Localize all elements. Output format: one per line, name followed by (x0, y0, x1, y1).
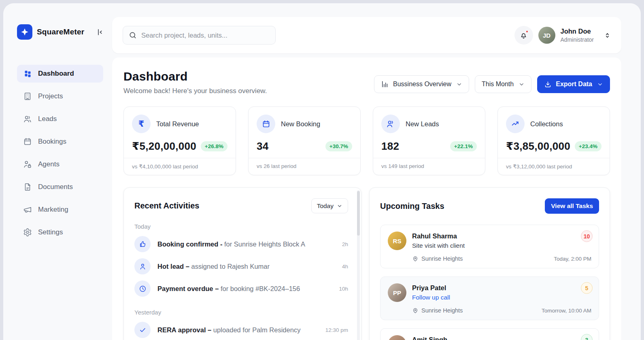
view-all-tasks-button[interactable]: View all Tasks (545, 198, 599, 214)
task-location: Sunrise Heights (421, 255, 463, 262)
stat-cards: ₹ Total Revenue ₹5,20,00,000 +26.8% vs ₹… (123, 106, 610, 175)
task-description: Site visit with client (412, 242, 465, 249)
user-name: John Doe (561, 28, 594, 35)
task-location: Sunrise Heights (421, 307, 463, 314)
users-icon (381, 115, 400, 133)
activity-item: RERA approval – uploaded for Palm Reside… (134, 322, 348, 338)
activity-item: Hot lead – assigned to Rajesh Kumar 4h (134, 258, 348, 274)
user-icon (134, 258, 151, 274)
sidebar-item-label: Projects (38, 92, 63, 100)
activity-time: 4h (338, 264, 348, 270)
stat-change-badge: +30.7% (325, 141, 352, 151)
thumbs-up-icon (134, 236, 151, 252)
sidebar-item-label: Marketing (38, 206, 68, 214)
task-card[interactable]: PP Priya Patel Follow up call 5 (380, 276, 599, 320)
user-avatar[interactable]: JD (538, 27, 555, 44)
stat-value: 182 (381, 140, 399, 153)
stat-change-badge: +22.1% (450, 141, 477, 151)
activities-title: Recent Activities (134, 201, 199, 210)
activity-text: RERA approval – uploaded for Palm Reside… (157, 326, 300, 334)
stat-label: Collections (530, 120, 563, 128)
user-meta[interactable]: John Doe Administrator (561, 28, 594, 43)
sidebar-item-projects[interactable]: Projects (17, 87, 103, 105)
user-role: Administrator (561, 36, 594, 43)
sidebar-item-leads[interactable]: Leads (17, 110, 103, 128)
avatar: AS (388, 335, 406, 340)
task-count-badge: 10 (581, 230, 593, 242)
sidebar-item-label: Dashboard (38, 70, 74, 78)
page-controls: Bussiness Overview This Month (374, 75, 610, 93)
activities-scrollbar[interactable] (357, 190, 360, 340)
stat-value: 34 (257, 140, 269, 153)
activity-text: Payment overdue – for booking #BK-2024–1… (157, 285, 300, 293)
lower-panels: Recent Activities Today Today (123, 187, 610, 340)
sidebar-item-dashboard[interactable]: Dashboard (17, 65, 103, 83)
stat-card-new-leads: New Leads 182 +22.1% vs 149 last period (373, 106, 485, 175)
user-menu-chevron-icon[interactable] (604, 32, 611, 39)
avatar: RS (388, 232, 406, 250)
search-box (123, 26, 276, 45)
activity-time: 12:30 pm (321, 327, 348, 333)
sidebar-item-bookings[interactable]: Bookings (17, 133, 103, 151)
period-filter-button[interactable]: This Month (475, 75, 531, 93)
page-head: Dashboard Welcome back! Here's your busi… (123, 70, 610, 95)
activity-group-label: Today (134, 223, 348, 230)
avatar: PP (388, 283, 406, 302)
brand-name: SquareMeter (37, 28, 91, 36)
document-icon (23, 182, 32, 192)
export-data-button[interactable]: Export Data (537, 75, 610, 93)
sidebar-item-documents[interactable]: Documents (17, 178, 103, 196)
brand: SquareMeter (17, 24, 105, 40)
stat-compare: vs ₹4,10,00,000 last period (124, 158, 236, 175)
task-person-name: Priya Patel (412, 283, 450, 292)
page-title: Dashboard (123, 70, 267, 83)
scrollbar-thumb[interactable] (357, 191, 360, 236)
overview-filter-button[interactable]: Bussiness Overview (374, 75, 469, 93)
app-window: SquareMeter Dashboard Projects (3, 3, 641, 340)
activity-time: 2h (338, 241, 348, 247)
stat-change-badge: +26.8% (201, 141, 227, 151)
sidebar-item-label: Settings (38, 228, 63, 236)
stat-value: ₹3,85,00,000 (506, 140, 570, 153)
overview-filter-label: Bussiness Overview (393, 81, 451, 88)
calendar-icon (257, 115, 275, 133)
chevron-down-icon (337, 203, 342, 209)
page-subtitle: Welcome back! Here's your business overv… (123, 87, 267, 95)
sidebar-item-agents[interactable]: Agents (17, 155, 103, 173)
activities-filter-button[interactable]: Today (311, 198, 348, 213)
search-input[interactable] (141, 32, 270, 39)
tasks-title: Upcoming Tasks (380, 202, 444, 211)
stat-label: New Leads (406, 120, 439, 128)
calendar-icon (23, 137, 32, 147)
sidebar-item-label: Bookings (38, 138, 66, 146)
sidebar-item-marketing[interactable]: Marketing (17, 201, 103, 219)
stat-label: New Booking (281, 120, 320, 128)
sidebar-item-settings[interactable]: Settings (17, 223, 103, 241)
stat-card-new-booking: New Booking 34 +30.7% vs 26 last period (248, 106, 361, 175)
task-person-name: Amit Singh (412, 335, 469, 340)
stat-label: Total Revenue (156, 120, 199, 128)
task-description-link[interactable]: Follow up call (412, 294, 450, 301)
notifications-button[interactable] (514, 26, 533, 45)
task-card[interactable]: RS Rahul Sharma Site visit with client 1… (380, 225, 599, 268)
check-icon (134, 322, 151, 338)
dashboard-icon (23, 69, 32, 79)
sidebar-nav: Dashboard Projects Leads Bookings (17, 65, 105, 241)
task-card[interactable]: AS Amit Singh Document collection 3 (380, 328, 599, 340)
recent-activities-panel: Recent Activities Today Today (123, 187, 361, 340)
location-pin-icon (412, 307, 419, 314)
chevron-down-icon (456, 81, 462, 87)
activity-time: 10h (335, 286, 348, 292)
activity-item: Payment overdue – for booking #BK-2024–1… (134, 280, 348, 297)
download-icon (544, 81, 552, 88)
notification-badge (525, 30, 529, 33)
sidebar-collapse-icon[interactable] (96, 28, 104, 36)
brand-logo-icon (17, 24, 32, 40)
stat-compare: vs 149 last period (373, 158, 485, 174)
task-time: Today, 2:00 PM (554, 256, 591, 262)
stat-value: ₹5,20,00,000 (132, 140, 196, 153)
chevron-down-icon (519, 81, 525, 87)
stat-change-badge: +23.4% (575, 141, 601, 151)
megaphone-icon (23, 205, 32, 215)
gear-icon (23, 227, 32, 237)
